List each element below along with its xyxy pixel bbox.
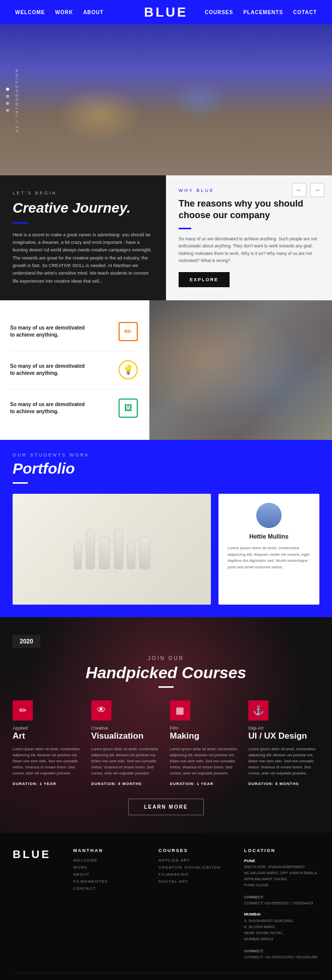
anchor-icon: ⚓ <box>253 705 264 716</box>
hero-dot-2[interactable] <box>6 95 9 98</box>
mumbai-phone: CONNECT: +91-9167011000 / 9011001480 <box>244 955 317 959</box>
courses-section: 2020 JOIN OUR Handpicked Courses ✏ Appli… <box>0 617 332 833</box>
features-photo <box>149 300 332 440</box>
course-title-viz: Visualization <box>91 732 162 741</box>
nav-about[interactable]: ABOUT <box>83 10 104 15</box>
nav-left: WELCOME WORK ABOUT <box>15 10 103 15</box>
photo-icon: 🖼 <box>119 399 138 418</box>
creative-divider <box>13 222 28 224</box>
footer: BLUE MANTHAN WELCOME WORK ABOUT FILMOMEN… <box>0 833 332 980</box>
footer-location-col: LOCATION PUNE 2ND FLOOR, VIVAHA APARTMEN… <box>244 848 319 961</box>
learn-more-button[interactable]: LEARN MORE <box>128 799 203 815</box>
next-arrow[interactable]: → <box>310 183 324 197</box>
our-work-label: OUR STUDENTS WORK <box>13 452 319 458</box>
nav-courses[interactable]: COURSES <box>205 10 233 15</box>
testimonial-card: Hettie Mullins Lorem ipsum dolor sit ame… <box>218 494 319 605</box>
course-icon-viz: 👁 <box>91 700 112 721</box>
course-desc-art: Lorem ipsum dolor sit amet, consectetur … <box>13 746 84 776</box>
course-duration-film: DURATION: 1 Year <box>170 781 241 786</box>
year-badge: 2020 <box>13 635 40 648</box>
footer-location-mumbai: MUMBAI 3, SHIVSHRUSTI BUILDING,8, JILOSH… <box>244 911 319 960</box>
join-our-label: JOIN OUR <box>13 656 319 661</box>
footer-link-digital-art[interactable]: DIGITAL ART <box>158 879 234 884</box>
hero-dot-4[interactable] <box>6 109 9 112</box>
nav-contact[interactable]: COTACT <box>293 10 317 15</box>
footer-link-applied-art[interactable]: APPLIED ART <box>158 858 234 863</box>
feature-item-3: So many of us are demotivated to achieve… <box>10 389 139 427</box>
footer-link-filmmaking[interactable]: FILMMAKING <box>158 872 234 877</box>
lets-begin-label: LET'S BEGIN <box>13 190 153 195</box>
bulb-icon: 💡 <box>119 360 138 379</box>
courses-grid: ✏ Applied Art Lorem ipsum dolor sit amet… <box>13 700 319 786</box>
intro-label: 01 / INTRODUCTION <box>15 68 19 132</box>
nav-placements[interactable]: PLACEMENTS <box>243 10 283 15</box>
features-section: So many of us are demotivated to achieve… <box>0 300 332 440</box>
creative-left: LET'S BEGIN Creative Journey. Here is a … <box>0 175 166 300</box>
course-duration-viz: DURATION: 6 Months <box>91 781 162 786</box>
course-desc-viz: Lorem ipsum dolor sit amet, consectetur … <box>91 746 162 776</box>
footer-courses-title: COURSES <box>158 848 234 853</box>
bottle-shapes <box>74 529 150 569</box>
choose-divider <box>179 228 191 229</box>
footer-bottom: ©BLUE TEMPLATE. DESIGN WITH ❤ BY HORSELA… <box>13 973 319 980</box>
course-subtitle-ux: Digi-Art <box>248 726 319 731</box>
footer-link-work[interactable]: WORK <box>73 865 148 870</box>
courses-title: Handpicked Courses <box>13 664 319 682</box>
footer-top: BLUE MANTHAN WELCOME WORK ABOUT FILMOMEN… <box>13 848 319 961</box>
navbar: WELCOME WORK ABOUT BLUE COURSES PLACEMEN… <box>0 0 332 24</box>
footer-link-creative-viz[interactable]: CREATIVE VISUALIZATION <box>158 865 234 870</box>
creative-description: Here is a secret to make a great career … <box>13 231 153 285</box>
course-card-visualization: 👁 Creative Visualization Lorem ipsum dol… <box>91 700 162 786</box>
testimonial-text: Lorem ipsum dolor sit amet, consectetur … <box>228 545 310 571</box>
feature-icon-3: 🖼 <box>117 397 139 420</box>
course-card-film: ▦ Film Making Lorem ipsum dolor sit amet… <box>170 700 241 786</box>
footer-courses-links: APPLIED ART CREATIVE VISUALIZATION FILMM… <box>158 858 234 884</box>
portfolio-content: Hettie Mullins Lorem ipsum dolor sit ame… <box>13 494 319 605</box>
hero-dot-1[interactable] <box>6 88 9 91</box>
footer-manthan-title: MANTHAN <box>73 848 148 853</box>
course-subtitle-viz: Creative <box>91 726 162 731</box>
feature-text-1: So many of us are demotivated to achieve… <box>10 324 91 339</box>
nav-welcome[interactable]: WELCOME <box>15 10 45 15</box>
site-logo[interactable]: BLUE <box>144 5 188 20</box>
mumbai-connect-label: CONNECT: <box>244 949 264 953</box>
footer-link-about[interactable]: ABOUT <box>73 872 148 877</box>
mumbai-label: MUMBAI <box>244 912 261 917</box>
feature-item-1: So many of us are demotivated to achieve… <box>10 313 139 351</box>
explore-button[interactable]: EXPLORE <box>179 272 230 287</box>
creative-right: ← → WHY BLUE The reasons why you should … <box>166 175 332 300</box>
footer-courses-col: COURSES APPLIED ART CREATIVE VISUALIZATI… <box>158 848 234 961</box>
portfolio-photo <box>13 494 211 605</box>
course-icon-ux: ⚓ <box>248 700 268 721</box>
hero-dot-3[interactable] <box>6 102 9 105</box>
film-icon: ▦ <box>176 705 184 716</box>
course-card-art: ✏ Applied Art Lorem ipsum dolor sit amet… <box>13 700 84 786</box>
pune-connect-label: CONNECT: <box>244 895 264 899</box>
nav-work[interactable]: WORK <box>55 10 73 15</box>
nav-arrows: ← → <box>292 183 324 197</box>
pune-label: PUNE <box>244 859 255 863</box>
feature-text-3: So many of us are demotivated to achieve… <box>10 401 91 415</box>
prev-arrow[interactable]: ← <box>292 183 306 197</box>
feature-icon-1: ✏ <box>117 320 139 343</box>
course-duration-ux: DURATION: 6 Months <box>248 781 319 786</box>
portfolio-section: OUR STUDENTS WORK Portfolio Hettie Mulli… <box>0 440 332 617</box>
footer-link-filmomentes[interactable]: FILMOMENTES <box>73 879 148 884</box>
choose-title: The reasons why you should choose our co… <box>179 198 319 222</box>
testimonial-avatar <box>256 503 282 528</box>
bottle-1 <box>74 542 82 569</box>
course-subtitle-art: Applied <box>13 726 84 731</box>
footer-logo: BLUE <box>13 848 63 861</box>
portfolio-title: Portfolio <box>13 460 319 477</box>
feature-text-2: So many of us are demotivated to achieve… <box>10 363 91 377</box>
features-list: So many of us are demotivated to achieve… <box>0 300 149 440</box>
art-icon: ✏ <box>19 705 27 716</box>
footer-link-contact[interactable]: CONTACT <box>73 886 148 891</box>
pune-phone: CONNECT: 020-65555522 / 7350034433 <box>244 901 313 905</box>
bottle-3 <box>99 537 110 569</box>
footer-link-welcome[interactable]: WELCOME <box>73 858 148 863</box>
feature-icon-2: 💡 <box>117 359 139 381</box>
bottle-2 <box>86 529 95 569</box>
course-duration-art: DURATION: 1 Year <box>13 781 84 786</box>
course-title-film: Making <box>170 732 241 741</box>
